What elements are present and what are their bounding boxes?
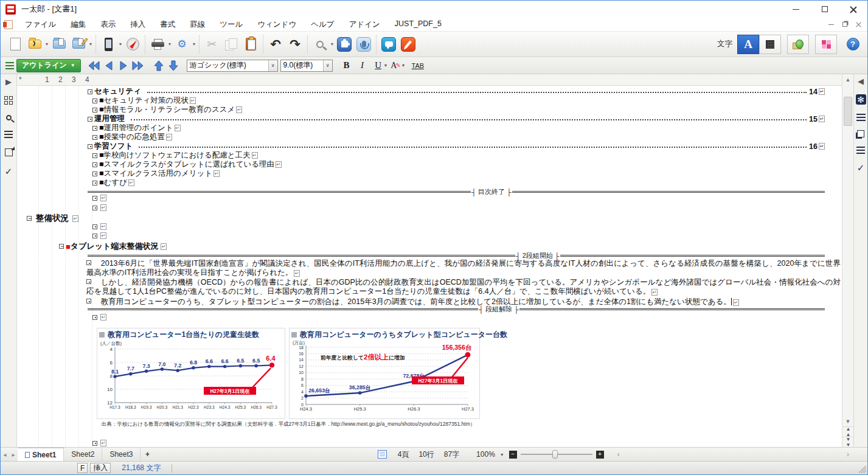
sheet-tab-sheet1[interactable]: Sheet1 — [18, 448, 64, 461]
sheet-tab-sheet2[interactable]: Sheet2 — [64, 448, 102, 461]
search-dropdown[interactable]: ▼ — [330, 34, 335, 55]
toc-row[interactable]: セキュリティ14 — [88, 87, 825, 96]
toc-row[interactable]: ■セキュリティ対策の現状 — [88, 96, 825, 105]
doc-restore-icon[interactable] — [842, 22, 847, 27]
bold-button[interactable]: B — [339, 58, 355, 73]
menu-6[interactable]: 罫線 — [182, 18, 212, 31]
menu-9[interactable]: ヘルプ — [304, 18, 341, 31]
panel-check-icon[interactable]: ✓ — [5, 167, 13, 176]
marker-pen-button[interactable] — [398, 34, 418, 55]
vertical-scrollbar[interactable]: ▲ ▼ ▲▲ ▼▼ — [842, 74, 853, 447]
search-button[interactable] — [310, 34, 330, 55]
save-button[interactable] — [49, 34, 69, 55]
paste-button[interactable] — [241, 34, 260, 55]
resize-grip[interactable] — [859, 466, 866, 473]
insert-mode-button[interactable]: 挿入 — [90, 463, 111, 473]
move-down-button[interactable] — [166, 59, 181, 72]
minimize-button[interactable] — [782, 1, 810, 18]
outline-collapse-icon[interactable] — [92, 108, 97, 113]
font-color-dropdown[interactable]: ▼ — [401, 63, 406, 68]
outline-collapse-icon[interactable] — [92, 135, 97, 140]
addon-button[interactable] — [335, 34, 354, 55]
outline-collapse-icon[interactable] — [92, 126, 97, 131]
check-panel-icon[interactable]: ✓ — [857, 163, 865, 172]
menu-5[interactable]: 書式 — [153, 18, 182, 31]
menu-11[interactable]: JUST_PDF_5 — [387, 18, 449, 31]
hscroll-right-arrow[interactable]: › — [842, 450, 854, 459]
outline-panel-icon[interactable] — [856, 114, 866, 121]
font-size-select[interactable]: 9.0(標準)∨ — [280, 60, 333, 72]
font-name-select[interactable]: 游ゴシック(標準)∨ — [187, 60, 278, 72]
undo-button[interactable]: ↶ — [266, 34, 285, 55]
add-sheet-button[interactable]: + — [141, 450, 154, 459]
copy-button[interactable] — [221, 34, 241, 55]
section-heading-row[interactable]: 整備状況 — [27, 213, 78, 224]
outline-collapse-icon[interactable] — [92, 181, 97, 185]
scrollbar-track[interactable] — [842, 85, 853, 416]
toc-row[interactable]: ■学校向けソフトウェアにおける配慮と工夫 — [88, 151, 825, 160]
open-button[interactable] — [25, 34, 44, 55]
f-mode-button[interactable]: F — [77, 463, 88, 473]
zoom-level[interactable]: 100% — [476, 450, 495, 459]
sub-heading-row[interactable]: ■ タブレット端末整備状況 — [59, 241, 167, 252]
outline-collapse-icon[interactable] — [88, 117, 92, 122]
outline-collapse-icon[interactable] — [86, 299, 91, 303]
redo-button[interactable]: ↷ — [285, 34, 305, 55]
menu-10[interactable]: アドイン — [342, 18, 387, 31]
toc-row[interactable]: ■運用管理のポイント — [88, 123, 825, 133]
demote-button[interactable] — [116, 59, 131, 72]
toc-row[interactable]: ■スマイルクラス活用のメリット — [88, 169, 825, 178]
zoom-slider-thumb[interactable] — [552, 450, 558, 459]
save-as-dropdown[interactable]: ▼ — [88, 34, 93, 55]
page-layout-icon[interactable] — [378, 450, 387, 459]
sheet-tab-sheet3[interactable]: Sheet3 — [102, 448, 141, 461]
pages-panel-icon[interactable] — [857, 130, 864, 137]
menu-3[interactable]: 表示 — [93, 18, 123, 31]
panel-list-icon[interactable] — [4, 131, 13, 138]
zoom-in-button[interactable]: + — [596, 451, 604, 459]
panel-pageflip-icon[interactable] — [5, 148, 13, 156]
just-logo-icon[interactable]: ✻ — [856, 94, 866, 105]
menu-4[interactable]: 挿入 — [123, 18, 153, 31]
promote-top-button[interactable] — [87, 59, 102, 72]
cut-button[interactable]: ✂ — [202, 34, 221, 55]
menu-8[interactable]: ウィンドウ — [250, 18, 304, 31]
underline-dropdown[interactable]: ▼ — [384, 63, 388, 68]
doc-minimize-icon[interactable] — [828, 24, 834, 25]
toc-row[interactable]: ■情報モラル・リテラシー教育のススメ — [88, 105, 825, 114]
tab-scroll-left-icon[interactable]: ◂ — [1, 451, 9, 458]
toc-row[interactable]: 学習ソフト16 — [88, 142, 825, 151]
scroll-up-arrow[interactable]: ▲ — [842, 74, 853, 85]
outline-collapse-icon[interactable] — [86, 260, 91, 265]
scrollbar-thumb[interactable] — [844, 97, 852, 126]
horizontal-scrollbar[interactable] — [625, 449, 842, 459]
zoom-out-button[interactable]: − — [509, 451, 517, 459]
demote-bottom-button[interactable] — [131, 59, 145, 72]
body-paragraph[interactable]: 2013年6月に「世界最先端IT国家創造宣言」が閣議決定され、国民全体のIT利活… — [86, 259, 841, 278]
grid-mode-button[interactable] — [759, 35, 781, 54]
balloon-mode-button[interactable] — [787, 35, 809, 54]
toc-row[interactable]: ■むすび — [88, 178, 825, 187]
zoom-dropdown-icon[interactable]: ▼ — [500, 452, 504, 457]
help-button[interactable]: ? — [843, 34, 863, 55]
menu-1[interactable]: ファイル — [18, 18, 63, 31]
sidebar-expand-icon[interactable]: ▶ — [5, 78, 12, 86]
outline-collapse-icon[interactable] — [92, 99, 97, 103]
mobile-view-dropdown[interactable]: ▼ — [118, 34, 123, 55]
close-button[interactable] — [839, 1, 867, 18]
open-dropdown[interactable]: ▼ — [44, 34, 49, 55]
promote-button[interactable] — [102, 59, 116, 72]
maximize-button[interactable] — [810, 1, 839, 18]
navigation-button[interactable] — [123, 34, 142, 55]
save-as-button[interactable] — [69, 34, 88, 55]
sidebar-collapse-icon[interactable]: ◀ — [858, 77, 864, 85]
print-dropdown[interactable]: ▼ — [167, 34, 172, 55]
toc-row[interactable]: ■スマイルクラスがタブレットに選ばれている理由 — [88, 160, 825, 169]
outline-collapse-icon[interactable] — [88, 89, 92, 94]
document-canvas[interactable]: セキュリティ14■セキュリティ対策の現状■情報モラル・リテラシー教育のススメ運用… — [17, 86, 842, 447]
panel-search-icon[interactable] — [6, 115, 12, 120]
move-up-button[interactable] — [151, 59, 166, 72]
menu-7[interactable]: ツール — [212, 18, 250, 31]
outline-mode-button[interactable]: アウトライン▼ — [16, 59, 81, 72]
new-document-button[interactable] — [5, 34, 25, 55]
